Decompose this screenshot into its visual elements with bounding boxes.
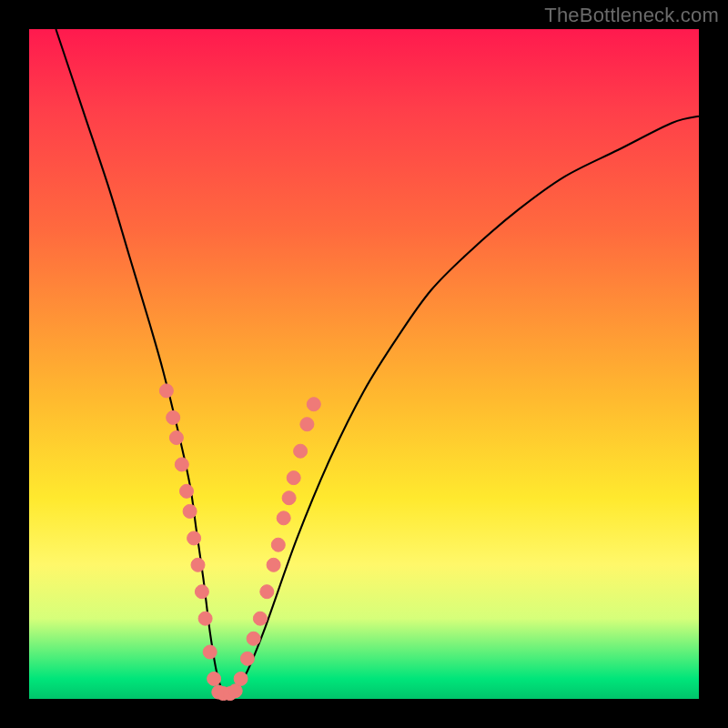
highlight-dot [191, 558, 205, 571]
highlight-dot [300, 418, 314, 431]
highlight-dot [294, 444, 308, 458]
highlight-dot [195, 585, 208, 599]
highlight-dot [282, 491, 296, 505]
bottleneck-curve [56, 29, 699, 694]
watermark-text: TheBottleneck.com [544, 4, 719, 27]
highlight-dot [240, 652, 254, 665]
highlight-dot [271, 538, 285, 551]
highlight-dot [234, 672, 248, 685]
highlight-dot [287, 471, 300, 485]
highlight-dot [159, 384, 173, 398]
highlight-dot [207, 672, 221, 685]
chart-svg [29, 29, 699, 699]
plot-area [29, 29, 699, 699]
highlight-dot [307, 398, 320, 411]
highlight-dot [175, 458, 188, 471]
highlight-dot [247, 632, 260, 645]
highlight-dot [260, 585, 274, 599]
highlight-dot [180, 484, 194, 498]
highlight-dot [277, 511, 290, 525]
highlight-dot [267, 558, 280, 571]
highlight-dot [253, 612, 267, 625]
highlight-dot [228, 684, 242, 698]
highlight-dot [198, 612, 212, 625]
highlight-dot [169, 431, 183, 445]
chart-frame: TheBottleneck.com [0, 0, 728, 728]
highlight-dot [187, 531, 201, 545]
highlight-dot [203, 645, 217, 659]
highlight-dot [183, 504, 197, 518]
highlight-dot [167, 410, 180, 424]
